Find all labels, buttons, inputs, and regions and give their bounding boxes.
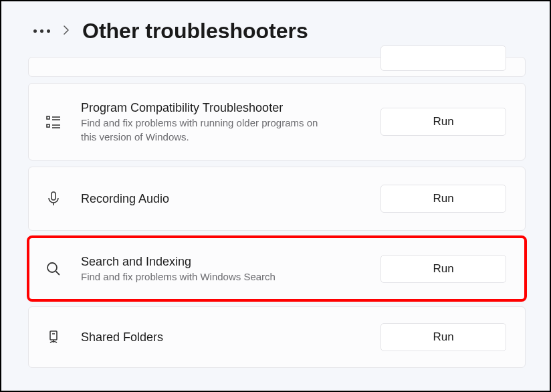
server-icon bbox=[43, 327, 64, 347]
card-title: Shared Folders bbox=[81, 329, 363, 345]
troubleshooter-card-program-compatibility[interactable]: Program Compatibility Troubleshooter Fin… bbox=[28, 83, 526, 161]
more-icon[interactable] bbox=[33, 29, 50, 33]
card-desc: Find and fix problems with running older… bbox=[81, 116, 328, 144]
run-button[interactable]: Run bbox=[380, 255, 506, 283]
run-button[interactable]: Run bbox=[380, 323, 506, 351]
microphone-icon bbox=[43, 189, 64, 209]
svg-line-9 bbox=[56, 271, 60, 275]
svg-rect-0 bbox=[47, 116, 49, 119]
run-button-partial[interactable] bbox=[380, 45, 506, 71]
svg-point-8 bbox=[47, 263, 57, 272]
troubleshooter-card-shared-folders[interactable]: Shared Folders Run bbox=[28, 306, 526, 368]
card-title: Program Compatibility Troubleshooter bbox=[81, 100, 363, 116]
chevron-right-icon bbox=[62, 25, 70, 37]
troubleshooter-card-search-indexing[interactable]: Search and Indexing Find and fix problem… bbox=[28, 237, 526, 301]
troubleshooter-card-recording-audio[interactable]: Recording Audio Run bbox=[28, 167, 526, 231]
card-title: Recording Audio bbox=[81, 191, 363, 207]
run-button[interactable]: Run bbox=[380, 108, 506, 136]
page-title: Other troubleshooters bbox=[82, 19, 308, 43]
card-title: Search and Indexing bbox=[81, 254, 363, 270]
list-icon bbox=[43, 112, 64, 132]
search-icon bbox=[43, 259, 64, 279]
svg-rect-6 bbox=[51, 192, 56, 200]
svg-rect-10 bbox=[50, 331, 57, 340]
troubleshooter-card-partial bbox=[28, 57, 526, 77]
svg-rect-1 bbox=[47, 124, 49, 127]
run-button[interactable]: Run bbox=[380, 185, 506, 213]
card-desc: Find and fix problems with Windows Searc… bbox=[81, 270, 328, 284]
